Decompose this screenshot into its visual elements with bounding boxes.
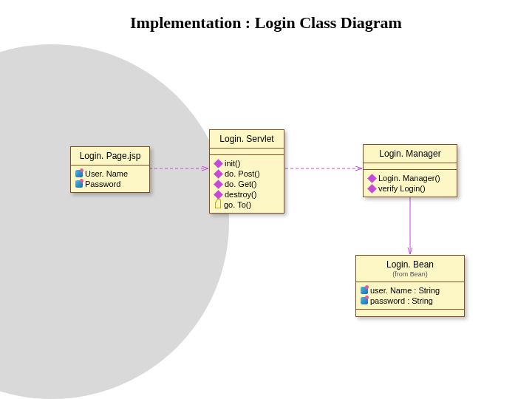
attribute-row: Password — [75, 179, 145, 189]
operation-row: do. Get() — [214, 179, 279, 189]
operation-icon — [367, 184, 377, 194]
operation-label: destroy() — [225, 190, 256, 199]
attribute-label: password : String — [370, 296, 433, 305]
operation-label: do. Get() — [225, 180, 256, 188]
operation-icon — [367, 174, 377, 183]
class-name: Login. Page.jsp — [71, 147, 149, 165]
operation-icon — [214, 169, 223, 179]
attribute-icon — [75, 180, 83, 188]
operation-label: go. To() — [224, 200, 251, 209]
class-header: Login. Bean (from Bean) — [356, 256, 464, 282]
empty-attributes — [364, 163, 457, 169]
attribute-row: User. Name — [75, 168, 145, 179]
attribute-label: User. Name — [85, 169, 128, 178]
operations-section: Login. Manager() verify Login() — [364, 169, 457, 197]
operation-icon — [214, 190, 223, 200]
empty-operations — [356, 309, 464, 316]
operation-row: init() — [214, 158, 279, 168]
class-login-manager: Login. Manager Login. Manager() verify L… — [363, 144, 457, 197]
lock-icon — [215, 202, 221, 208]
operations-section: init() do. Post() do. Get() destroy() go… — [210, 154, 284, 213]
class-name: Login. Bean — [359, 259, 461, 270]
attributes-section: User. Name Password — [71, 165, 149, 192]
operation-icon — [214, 159, 223, 168]
attributes-section: user. Name : String password : String — [356, 282, 464, 309]
operation-label: Login. Manager() — [378, 174, 440, 183]
attribute-icon — [361, 297, 368, 304]
operation-label: do. Post() — [225, 169, 260, 178]
operation-row: go. To() — [214, 200, 279, 210]
attribute-label: user. Name : String — [370, 286, 440, 295]
operation-label: verify Login() — [378, 184, 426, 193]
operation-icon — [214, 180, 223, 189]
attribute-row: password : String — [361, 296, 460, 306]
operation-label: init() — [225, 159, 240, 168]
operation-row: do. Post() — [214, 168, 279, 179]
attribute-icon — [75, 170, 83, 177]
attribute-icon — [361, 287, 368, 294]
class-login-bean: Login. Bean (from Bean) user. Name : Str… — [355, 255, 465, 317]
diagram-canvas: Login. Page.jsp User. Name Password Logi… — [0, 0, 532, 399]
operation-row: verify Login() — [368, 183, 452, 194]
class-login-servlet: Login. Servlet init() do. Post() do. Get… — [209, 129, 284, 214]
attribute-row: user. Name : String — [361, 285, 460, 296]
class-name: Login. Manager — [364, 145, 457, 163]
class-name: Login. Servlet — [210, 130, 284, 148]
class-from: (from Bean) — [359, 270, 461, 278]
operation-row: destroy() — [214, 189, 279, 200]
attribute-label: Password — [85, 180, 120, 188]
empty-attributes — [210, 148, 284, 154]
operation-row: Login. Manager() — [368, 173, 452, 183]
class-login-page: Login. Page.jsp User. Name Password — [70, 146, 150, 193]
